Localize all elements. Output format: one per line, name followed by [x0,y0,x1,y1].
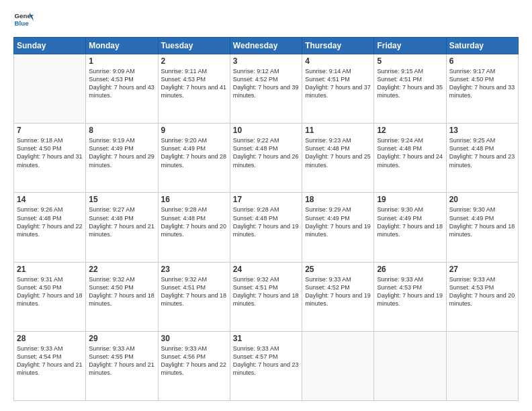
cell-info: Sunrise: 9:22 AM Sunset: 4:48 PM Dayligh… [233,136,299,169]
calendar-cell: 25Sunrise: 9:33 AM Sunset: 4:52 PM Dayli… [302,262,374,331]
cell-info: Sunrise: 9:32 AM Sunset: 4:51 PM Dayligh… [233,275,299,308]
calendar-header-monday: Monday [86,38,158,54]
calendar-cell [446,331,518,400]
day-number: 17 [233,195,299,204]
day-number: 16 [161,195,227,204]
calendar-cell: 16Sunrise: 9:28 AM Sunset: 4:48 PM Dayli… [158,193,230,262]
day-number: 12 [377,126,443,135]
cell-info: Sunrise: 9:27 AM Sunset: 4:48 PM Dayligh… [89,205,154,238]
calendar-cell: 29Sunrise: 9:33 AM Sunset: 4:55 PM Dayli… [86,331,158,400]
cell-info: Sunrise: 9:33 AM Sunset: 4:57 PM Dayligh… [233,345,299,377]
calendar-cell: 28Sunrise: 9:33 AM Sunset: 4:54 PM Dayli… [14,331,86,400]
cell-info: Sunrise: 9:33 AM Sunset: 4:55 PM Dayligh… [89,345,154,377]
calendar-cell: 21Sunrise: 9:31 AM Sunset: 4:50 PM Dayli… [14,262,86,331]
calendar-header-friday: Friday [374,38,446,54]
cell-info: Sunrise: 9:31 AM Sunset: 4:50 PM Dayligh… [17,275,83,308]
calendar-cell: 22Sunrise: 9:32 AM Sunset: 4:50 PM Dayli… [86,262,158,331]
logo: General Blue [13,10,34,30]
cell-info: Sunrise: 9:30 AM Sunset: 4:49 PM Dayligh… [377,205,443,238]
cell-info: Sunrise: 9:33 AM Sunset: 4:53 PM Dayligh… [449,275,515,308]
day-number: 11 [305,126,371,135]
calendar-header-sunday: Sunday [14,38,86,54]
day-number: 15 [89,195,154,204]
day-number: 22 [89,265,154,274]
calendar-cell: 27Sunrise: 9:33 AM Sunset: 4:53 PM Dayli… [446,262,518,331]
calendar-cell: 3Sunrise: 9:12 AM Sunset: 4:52 PM Daylig… [230,54,302,124]
cell-info: Sunrise: 9:11 AM Sunset: 4:53 PM Dayligh… [161,67,227,100]
day-number: 6 [449,56,515,66]
day-number: 9 [161,126,227,135]
calendar-cell: 12Sunrise: 9:24 AM Sunset: 4:48 PM Dayli… [374,124,446,193]
calendar-header-tuesday: Tuesday [158,38,230,54]
calendar-table: SundayMondayTuesdayWednesdayThursdayFrid… [13,37,519,401]
cell-info: Sunrise: 9:33 AM Sunset: 4:53 PM Dayligh… [377,275,443,308]
calendar-cell: 8Sunrise: 9:19 AM Sunset: 4:49 PM Daylig… [86,124,158,193]
calendar-header-saturday: Saturday [446,38,518,54]
calendar-cell: 1Sunrise: 9:09 AM Sunset: 4:53 PM Daylig… [86,54,158,124]
day-number: 13 [449,126,515,135]
calendar-week-row: 1Sunrise: 9:09 AM Sunset: 4:53 PM Daylig… [14,54,519,124]
day-number: 8 [89,126,154,135]
cell-info: Sunrise: 9:32 AM Sunset: 4:50 PM Dayligh… [89,275,154,308]
calendar-cell: 2Sunrise: 9:11 AM Sunset: 4:53 PM Daylig… [158,54,230,124]
day-number: 28 [17,334,83,343]
cell-info: Sunrise: 9:28 AM Sunset: 4:48 PM Dayligh… [161,205,227,238]
calendar-cell: 5Sunrise: 9:15 AM Sunset: 4:51 PM Daylig… [374,54,446,124]
calendar-cell: 26Sunrise: 9:33 AM Sunset: 4:53 PM Dayli… [374,262,446,331]
cell-info: Sunrise: 9:20 AM Sunset: 4:49 PM Dayligh… [161,136,227,169]
cell-info: Sunrise: 9:30 AM Sunset: 4:49 PM Dayligh… [449,205,515,238]
day-number: 30 [161,334,227,343]
calendar-cell: 18Sunrise: 9:29 AM Sunset: 4:49 PM Dayli… [302,193,374,262]
cell-info: Sunrise: 9:18 AM Sunset: 4:50 PM Dayligh… [17,136,83,169]
day-number: 31 [233,334,299,343]
cell-info: Sunrise: 9:15 AM Sunset: 4:51 PM Dayligh… [377,67,443,100]
calendar-header-row: SundayMondayTuesdayWednesdayThursdayFrid… [14,38,519,54]
calendar-cell: 15Sunrise: 9:27 AM Sunset: 4:48 PM Dayli… [86,193,158,262]
day-number: 24 [233,265,299,274]
calendar-week-row: 21Sunrise: 9:31 AM Sunset: 4:50 PM Dayli… [14,262,519,331]
cell-info: Sunrise: 9:33 AM Sunset: 4:52 PM Dayligh… [305,275,371,308]
calendar-week-row: 14Sunrise: 9:26 AM Sunset: 4:48 PM Dayli… [14,193,519,262]
calendar-header-wednesday: Wednesday [230,38,302,54]
day-number: 26 [377,265,443,274]
cell-info: Sunrise: 9:28 AM Sunset: 4:48 PM Dayligh… [233,205,299,238]
day-number: 18 [305,195,371,204]
calendar-cell [302,331,374,400]
cell-info: Sunrise: 9:14 AM Sunset: 4:51 PM Dayligh… [305,67,371,100]
cell-info: Sunrise: 9:24 AM Sunset: 4:48 PM Dayligh… [377,136,443,169]
calendar-cell: 20Sunrise: 9:30 AM Sunset: 4:49 PM Dayli… [446,193,518,262]
cell-info: Sunrise: 9:33 AM Sunset: 4:56 PM Dayligh… [161,345,227,377]
day-number: 19 [377,195,443,204]
cell-info: Sunrise: 9:17 AM Sunset: 4:50 PM Dayligh… [449,67,515,100]
calendar-cell: 17Sunrise: 9:28 AM Sunset: 4:48 PM Dayli… [230,193,302,262]
day-number: 23 [161,265,227,274]
calendar-cell: 4Sunrise: 9:14 AM Sunset: 4:51 PM Daylig… [302,54,374,124]
cell-info: Sunrise: 9:32 AM Sunset: 4:51 PM Dayligh… [161,275,227,308]
day-number: 25 [305,265,371,274]
svg-text:Blue: Blue [15,19,30,27]
cell-info: Sunrise: 9:23 AM Sunset: 4:48 PM Dayligh… [305,136,371,169]
calendar-cell: 23Sunrise: 9:32 AM Sunset: 4:51 PM Dayli… [158,262,230,331]
calendar-cell: 24Sunrise: 9:32 AM Sunset: 4:51 PM Dayli… [230,262,302,331]
cell-info: Sunrise: 9:09 AM Sunset: 4:53 PM Dayligh… [89,67,154,100]
calendar-cell: 14Sunrise: 9:26 AM Sunset: 4:48 PM Dayli… [14,193,86,262]
cell-info: Sunrise: 9:25 AM Sunset: 4:48 PM Dayligh… [449,136,515,169]
day-number: 1 [89,56,154,66]
logo-icon: General Blue [13,10,34,30]
day-number: 3 [233,56,299,66]
cell-info: Sunrise: 9:33 AM Sunset: 4:54 PM Dayligh… [17,345,83,377]
calendar-cell: 31Sunrise: 9:33 AM Sunset: 4:57 PM Dayli… [230,331,302,400]
day-number: 2 [161,56,227,66]
day-number: 14 [17,195,83,204]
calendar-cell: 30Sunrise: 9:33 AM Sunset: 4:56 PM Dayli… [158,331,230,400]
calendar-cell: 13Sunrise: 9:25 AM Sunset: 4:48 PM Dayli… [446,124,518,193]
calendar-cell: 10Sunrise: 9:22 AM Sunset: 4:48 PM Dayli… [230,124,302,193]
calendar-header-thursday: Thursday [302,38,374,54]
cell-info: Sunrise: 9:19 AM Sunset: 4:49 PM Dayligh… [89,136,154,169]
day-number: 21 [17,265,83,274]
calendar-cell: 6Sunrise: 9:17 AM Sunset: 4:50 PM Daylig… [446,54,518,124]
day-number: 4 [305,56,371,66]
cell-info: Sunrise: 9:12 AM Sunset: 4:52 PM Dayligh… [233,67,299,100]
calendar-week-row: 7Sunrise: 9:18 AM Sunset: 4:50 PM Daylig… [14,124,519,193]
day-number: 5 [377,56,443,66]
